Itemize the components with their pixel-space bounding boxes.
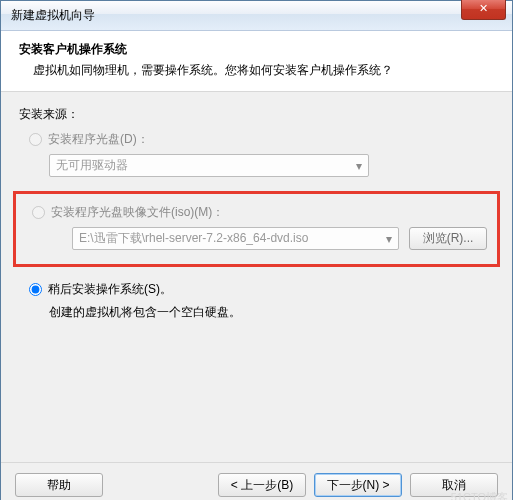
body-pane: 安装来源： 安装程序光盘(D)： 无可用驱动器 ▾ 安装程序光盘映像文件(iso…	[1, 92, 512, 462]
chevron-down-icon: ▾	[350, 155, 368, 176]
option-iso-radio[interactable]	[32, 206, 45, 219]
footer: 帮助 < 上一步(B) 下一步(N) > 取消	[1, 462, 512, 500]
option-iso-group: 安装程序光盘映像文件(iso)(M)： E:\迅雷下载\rhel-server-…	[32, 204, 487, 250]
chevron-down-icon: ▾	[380, 228, 398, 249]
titlebar: 新建虚拟机向导 ✕	[1, 1, 512, 31]
option-iso-label: 安装程序光盘映像文件(iso)(M)：	[51, 204, 224, 221]
header-title: 安装客户机操作系统	[19, 41, 494, 58]
next-button[interactable]: 下一步(N) >	[314, 473, 402, 497]
window-title: 新建虚拟机向导	[11, 7, 95, 24]
iso-highlight: 安装程序光盘映像文件(iso)(M)： E:\迅雷下载\rhel-server-…	[13, 191, 500, 267]
iso-path-combo[interactable]: E:\迅雷下载\rhel-server-7.2-x86_64-dvd.iso ▾	[72, 227, 399, 250]
option-later-radio[interactable]	[29, 283, 42, 296]
option-later[interactable]: 稍后安装操作系统(S)。	[29, 281, 494, 298]
option-disc[interactable]: 安装程序光盘(D)：	[29, 131, 494, 148]
option-disc-group: 安装程序光盘(D)： 无可用驱动器 ▾	[29, 131, 494, 177]
close-button[interactable]: ✕	[461, 0, 506, 20]
disc-drive-combo[interactable]: 无可用驱动器 ▾	[49, 154, 369, 177]
wizard-window: 新建虚拟机向导 ✕ 安装客户机操作系统 虚拟机如同物理机，需要操作系统。您将如何…	[0, 0, 513, 500]
back-button[interactable]: < 上一步(B)	[218, 473, 306, 497]
cancel-button[interactable]: 取消	[410, 473, 498, 497]
help-button[interactable]: 帮助	[15, 473, 103, 497]
option-later-desc: 创建的虚拟机将包含一个空白硬盘。	[49, 304, 494, 321]
install-source-label: 安装来源：	[19, 106, 494, 123]
disc-drive-value: 无可用驱动器	[56, 157, 128, 174]
option-later-label: 稍后安装操作系统(S)。	[48, 281, 172, 298]
iso-path-value: E:\迅雷下载\rhel-server-7.2-x86_64-dvd.iso	[79, 230, 308, 247]
header-pane: 安装客户机操作系统 虚拟机如同物理机，需要操作系统。您将如何安装客户机操作系统？	[1, 31, 512, 92]
header-desc: 虚拟机如同物理机，需要操作系统。您将如何安装客户机操作系统？	[33, 62, 494, 79]
option-iso[interactable]: 安装程序光盘映像文件(iso)(M)：	[32, 204, 487, 221]
option-disc-radio[interactable]	[29, 133, 42, 146]
close-icon: ✕	[479, 2, 488, 14]
option-disc-label: 安装程序光盘(D)：	[48, 131, 149, 148]
browse-button[interactable]: 浏览(R)...	[409, 227, 487, 250]
option-later-group: 稍后安装操作系统(S)。 创建的虚拟机将包含一个空白硬盘。	[29, 281, 494, 321]
